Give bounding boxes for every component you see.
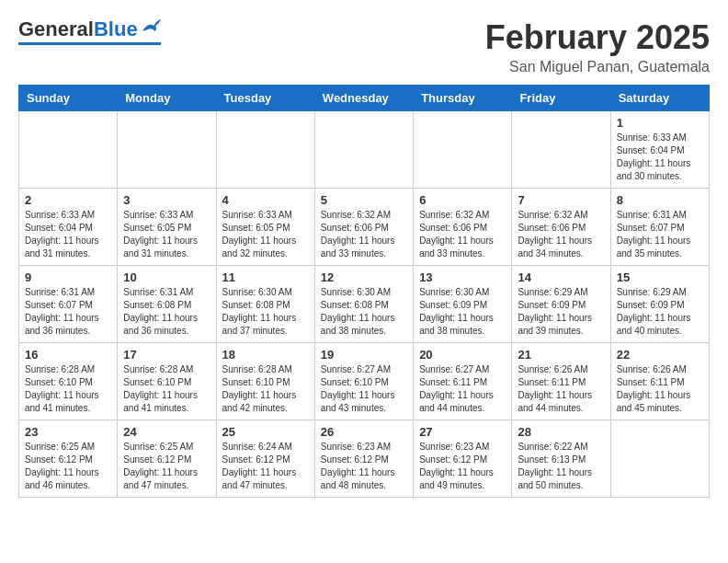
calendar-cell: 21Sunrise: 6:26 AM Sunset: 6:11 PM Dayli… xyxy=(512,343,610,420)
col-saturday: Saturday xyxy=(610,86,709,111)
day-info: Sunrise: 6:31 AM Sunset: 6:07 PM Dayligh… xyxy=(25,286,111,338)
day-number: 25 xyxy=(222,425,309,439)
day-info: Sunrise: 6:23 AM Sunset: 6:12 PM Dayligh… xyxy=(321,441,407,492)
calendar-cell: 18Sunrise: 6:28 AM Sunset: 6:10 PM Dayli… xyxy=(216,343,314,420)
day-info: Sunrise: 6:26 AM Sunset: 6:11 PM Dayligh… xyxy=(518,363,604,415)
day-info: Sunrise: 6:23 AM Sunset: 6:12 PM Dayligh… xyxy=(419,441,506,492)
day-number: 2 xyxy=(25,193,111,207)
logo: GeneralBlue xyxy=(18,18,161,45)
title-area: February 2025 San Miguel Panan, Guatemal… xyxy=(485,18,710,75)
day-number: 22 xyxy=(617,348,703,362)
day-info: Sunrise: 6:22 AM Sunset: 6:13 PM Dayligh… xyxy=(518,441,604,492)
day-info: Sunrise: 6:26 AM Sunset: 6:11 PM Dayligh… xyxy=(617,363,703,415)
calendar-cell: 15Sunrise: 6:29 AM Sunset: 6:09 PM Dayli… xyxy=(610,266,709,343)
day-number: 26 xyxy=(321,425,407,439)
calendar-cell: 24Sunrise: 6:25 AM Sunset: 6:12 PM Dayli… xyxy=(118,420,216,498)
day-number: 15 xyxy=(617,270,703,284)
day-number: 1 xyxy=(617,116,703,130)
calendar-week-row: 9Sunrise: 6:31 AM Sunset: 6:07 PM Daylig… xyxy=(19,266,710,343)
calendar-cell: 1Sunrise: 6:33 AM Sunset: 6:04 PM Daylig… xyxy=(610,111,709,189)
day-number: 6 xyxy=(419,193,506,207)
day-number: 9 xyxy=(25,270,111,284)
calendar-cell: 2Sunrise: 6:33 AM Sunset: 6:04 PM Daylig… xyxy=(19,189,118,266)
calendar-week-row: 23Sunrise: 6:25 AM Sunset: 6:12 PM Dayli… xyxy=(19,420,710,498)
day-info: Sunrise: 6:24 AM Sunset: 6:12 PM Dayligh… xyxy=(222,441,309,492)
calendar-cell: 10Sunrise: 6:31 AM Sunset: 6:08 PM Dayli… xyxy=(118,266,216,343)
calendar-cell: 12Sunrise: 6:30 AM Sunset: 6:08 PM Dayli… xyxy=(314,266,413,343)
calendar-cell: 28Sunrise: 6:22 AM Sunset: 6:13 PM Dayli… xyxy=(512,420,610,498)
calendar-week-row: 16Sunrise: 6:28 AM Sunset: 6:10 PM Dayli… xyxy=(19,343,710,420)
month-title: February 2025 xyxy=(485,18,710,57)
calendar-cell xyxy=(216,111,314,189)
day-info: Sunrise: 6:28 AM Sunset: 6:10 PM Dayligh… xyxy=(123,363,210,415)
day-number: 10 xyxy=(123,270,210,284)
col-monday: Monday xyxy=(118,86,216,111)
day-number: 12 xyxy=(321,270,407,284)
day-info: Sunrise: 6:31 AM Sunset: 6:07 PM Dayligh… xyxy=(617,209,703,260)
calendar-cell: 13Sunrise: 6:30 AM Sunset: 6:09 PM Dayli… xyxy=(414,266,512,343)
day-info: Sunrise: 6:32 AM Sunset: 6:06 PM Dayligh… xyxy=(518,209,604,260)
calendar-cell xyxy=(512,111,610,189)
calendar-cell: 6Sunrise: 6:32 AM Sunset: 6:06 PM Daylig… xyxy=(414,189,512,266)
day-number: 5 xyxy=(321,193,407,207)
location-title: San Miguel Panan, Guatemala xyxy=(485,59,710,75)
bird-icon xyxy=(141,18,161,37)
day-number: 28 xyxy=(518,425,604,439)
day-info: Sunrise: 6:33 AM Sunset: 6:05 PM Dayligh… xyxy=(222,209,309,260)
day-number: 19 xyxy=(321,348,407,362)
day-info: Sunrise: 6:28 AM Sunset: 6:10 PM Dayligh… xyxy=(25,363,111,415)
day-info: Sunrise: 6:25 AM Sunset: 6:12 PM Dayligh… xyxy=(25,441,111,492)
calendar-cell xyxy=(314,111,413,189)
day-info: Sunrise: 6:30 AM Sunset: 6:09 PM Dayligh… xyxy=(419,286,506,338)
day-info: Sunrise: 6:25 AM Sunset: 6:12 PM Dayligh… xyxy=(123,441,210,492)
calendar-cell: 20Sunrise: 6:27 AM Sunset: 6:11 PM Dayli… xyxy=(414,343,512,420)
day-info: Sunrise: 6:33 AM Sunset: 6:05 PM Dayligh… xyxy=(123,209,210,260)
day-number: 3 xyxy=(123,193,210,207)
calendar-week-row: 2Sunrise: 6:33 AM Sunset: 6:04 PM Daylig… xyxy=(19,189,710,266)
calendar-cell: 7Sunrise: 6:32 AM Sunset: 6:06 PM Daylig… xyxy=(512,189,610,266)
calendar-cell: 27Sunrise: 6:23 AM Sunset: 6:12 PM Dayli… xyxy=(414,420,512,498)
day-number: 7 xyxy=(518,193,604,207)
calendar-cell: 16Sunrise: 6:28 AM Sunset: 6:10 PM Dayli… xyxy=(19,343,118,420)
calendar-week-row: 1Sunrise: 6:33 AM Sunset: 6:04 PM Daylig… xyxy=(19,111,710,189)
logo-general: General xyxy=(18,17,94,40)
day-number: 23 xyxy=(25,425,111,439)
day-info: Sunrise: 6:31 AM Sunset: 6:08 PM Dayligh… xyxy=(123,286,210,338)
day-info: Sunrise: 6:32 AM Sunset: 6:06 PM Dayligh… xyxy=(321,209,407,260)
col-tuesday: Tuesday xyxy=(216,86,314,111)
col-thursday: Thursday xyxy=(414,86,512,111)
logo-blue: Blue xyxy=(94,17,138,40)
calendar-cell: 9Sunrise: 6:31 AM Sunset: 6:07 PM Daylig… xyxy=(19,266,118,343)
day-info: Sunrise: 6:29 AM Sunset: 6:09 PM Dayligh… xyxy=(518,286,604,338)
calendar-cell: 3Sunrise: 6:33 AM Sunset: 6:05 PM Daylig… xyxy=(118,189,216,266)
calendar-cell: 19Sunrise: 6:27 AM Sunset: 6:10 PM Dayli… xyxy=(314,343,413,420)
calendar-cell: 23Sunrise: 6:25 AM Sunset: 6:12 PM Dayli… xyxy=(19,420,118,498)
day-number: 21 xyxy=(518,348,604,362)
calendar-cell: 8Sunrise: 6:31 AM Sunset: 6:07 PM Daylig… xyxy=(610,189,709,266)
col-friday: Friday xyxy=(512,86,610,111)
day-info: Sunrise: 6:30 AM Sunset: 6:08 PM Dayligh… xyxy=(321,286,407,338)
col-sunday: Sunday xyxy=(19,86,118,111)
day-number: 17 xyxy=(123,348,210,362)
calendar-cell: 11Sunrise: 6:30 AM Sunset: 6:08 PM Dayli… xyxy=(216,266,314,343)
calendar-header-row: Sunday Monday Tuesday Wednesday Thursday… xyxy=(19,86,710,111)
col-wednesday: Wednesday xyxy=(314,86,413,111)
day-number: 14 xyxy=(518,270,604,284)
day-number: 27 xyxy=(419,425,506,439)
calendar-cell xyxy=(610,420,709,498)
day-number: 18 xyxy=(222,348,309,362)
day-info: Sunrise: 6:32 AM Sunset: 6:06 PM Dayligh… xyxy=(419,209,506,260)
day-number: 11 xyxy=(222,270,309,284)
calendar-table: Sunday Monday Tuesday Wednesday Thursday… xyxy=(18,85,710,498)
calendar-cell: 22Sunrise: 6:26 AM Sunset: 6:11 PM Dayli… xyxy=(610,343,709,420)
day-number: 13 xyxy=(419,270,506,284)
day-number: 4 xyxy=(222,193,309,207)
day-info: Sunrise: 6:27 AM Sunset: 6:10 PM Dayligh… xyxy=(321,363,407,415)
page-header: GeneralBlue February 2025 San Miguel Pan… xyxy=(18,18,710,75)
calendar-cell: 26Sunrise: 6:23 AM Sunset: 6:12 PM Dayli… xyxy=(314,420,413,498)
logo-underline xyxy=(18,42,161,45)
day-number: 20 xyxy=(419,348,506,362)
calendar-cell: 14Sunrise: 6:29 AM Sunset: 6:09 PM Dayli… xyxy=(512,266,610,343)
day-info: Sunrise: 6:29 AM Sunset: 6:09 PM Dayligh… xyxy=(617,286,703,338)
calendar-cell: 25Sunrise: 6:24 AM Sunset: 6:12 PM Dayli… xyxy=(216,420,314,498)
